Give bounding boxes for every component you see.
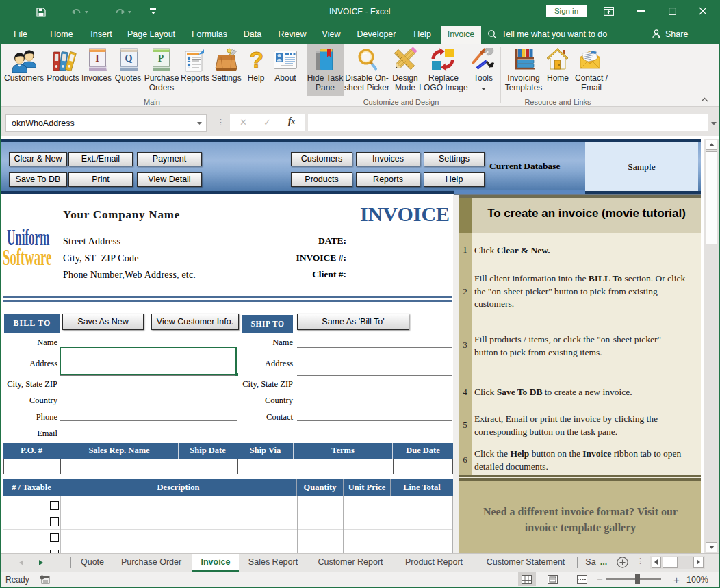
svg-text:I: I xyxy=(95,53,99,64)
svg-text:P: P xyxy=(158,53,164,64)
svg-text:?: ? xyxy=(250,48,264,73)
svg-text:Q: Q xyxy=(125,53,133,64)
